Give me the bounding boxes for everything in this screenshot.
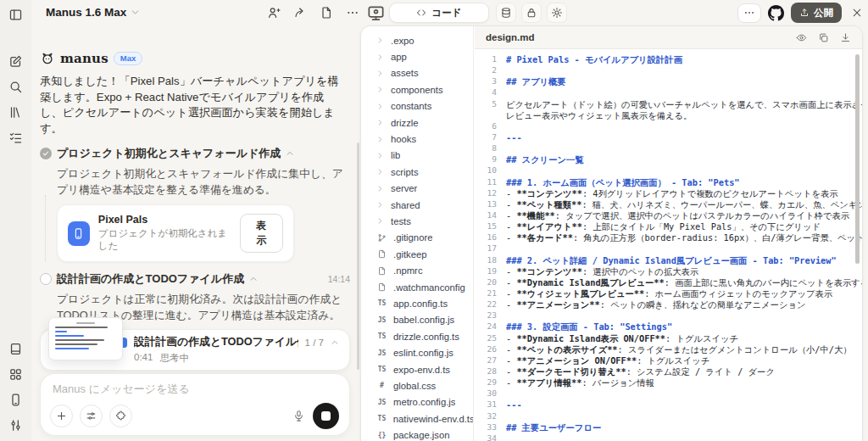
show-button[interactable]: 表示 [240,214,283,253]
tree-folder-row[interactable]: tests [361,213,473,229]
step1-header[interactable]: プロジェクト初期化とスキャフォールド作成 [40,146,350,161]
folder-name: server [391,183,417,193]
chat-scrollbar[interactable] [357,142,359,370]
step1-body: プロジェクト初期化とスキャフォールド作成に集中し、アプリ構造や基本設定を整える準… [57,166,349,198]
github-icon[interactable] [768,5,784,21]
monitor-icon[interactable] [366,3,386,23]
tree-folder-row[interactable]: app [361,48,473,64]
model-selector[interactable]: Manus 1.6 Max [46,6,140,19]
tree-file-row[interactable]: .gitkeep [361,246,473,262]
tree-folder-row[interactable]: constants [361,98,473,114]
composer-actions [50,405,132,427]
tree-file-row[interactable]: .gitignore [361,230,473,246]
tree-file-row[interactable]: JSeslint.config.js [361,344,473,360]
tree-file-row[interactable]: TSexpo-env.d.ts [361,361,473,377]
tree-file-row[interactable]: TSnativewind-env.d.ts [361,410,473,427]
lock-button[interactable] [521,3,542,23]
library-icon[interactable] [8,105,23,120]
tree-file-row[interactable]: TSdrizzle.config.ts [361,328,473,344]
tree-file-row[interactable]: JSmetro.config.js [361,394,473,410]
tree-folder-row[interactable]: components [361,81,473,98]
tree-folder-row[interactable]: server [361,181,473,197]
tree-file-row[interactable]: JSbabel.config.js [361,312,473,328]
folder-name: app [391,52,407,62]
editor-line: 13- **ペット種類**: 猫、犬、ハリネズミ、ウーパールーパー、蝶、カエル、… [475,199,862,210]
ellipsis-icon[interactable] [346,6,359,20]
tree-folder-row[interactable]: scripts [361,164,473,180]
tree-file-row[interactable]: TSapp.config.ts [361,295,473,311]
chevron-right-icon [376,36,384,44]
more-options-button[interactable] [737,3,761,23]
controls-icon[interactable] [8,418,23,433]
laptop-icon[interactable] [8,342,23,356]
editor-line: 14- **機能**: タップで選択、選択中のペットはパステルカラーのハイライト… [475,210,862,221]
preview-icon[interactable] [796,32,807,43]
step-done-icon [40,148,52,159]
chevron-right-icon [376,119,384,126]
code-view-button[interactable]: コード [389,3,489,23]
folder-name: .expo [391,36,415,46]
step2-timestamp: 14:14 [328,274,350,284]
tree-file-row[interactable]: .npmrc [361,262,473,278]
thumb-line [55,331,67,332]
editor-content[interactable]: 1# Pixel Pals - モバイルアプリ設計計画23## アプリ概要45ピ… [475,50,862,441]
file-export-icon[interactable] [320,6,333,20]
project-card[interactable]: Pixel Pals プロジェクトが初期化されました 表示 [57,204,294,262]
document-thumbnail[interactable] [48,317,123,360]
file-name: global.css [393,381,436,391]
filetype-label: JS [378,399,387,406]
search-icon[interactable] [8,80,23,94]
tree-file-row[interactable]: #global.css [361,377,473,394]
editor-line: 17 [475,243,862,254]
tree-file-row[interactable]: .watchmanconfig [361,279,473,295]
tree-folder-row[interactable]: hooks [361,131,473,147]
attach-button[interactable] [50,405,73,427]
step1-title: プロジェクト初期化とスキャフォールド作成 [57,146,281,161]
tree-file-row[interactable]: {}package.json [361,427,473,441]
stop-button[interactable] [313,403,339,429]
microphone-icon[interactable] [292,410,305,422]
step2-header[interactable]: 設計計画の作成とTODOファイル作成 14:14 [40,271,350,287]
copy-icon[interactable] [818,32,829,43]
settings-button[interactable] [547,3,567,23]
editor-line: 23 [475,310,862,321]
editor-line: 24### 3. 設定画面 - Tab: "Settings" [475,321,862,332]
tree-folder-row[interactable]: lib [361,148,473,164]
chevron-right-icon [376,103,384,110]
person-plus-icon[interactable] [267,6,281,20]
apps-icon[interactable] [8,367,23,382]
tune-button[interactable] [80,405,103,427]
filetype-label: TS [378,332,387,340]
editor-line: 31--- [475,399,862,410]
file-name: nativewind-env.d.ts [393,414,473,424]
phone-icon[interactable] [8,393,23,407]
file-name: package.json [393,430,450,440]
extensions-button[interactable] [109,405,132,427]
database-button[interactable] [496,3,516,23]
chevron-up-icon[interactable] [331,338,339,347]
close-icon[interactable] [851,7,863,19]
puzzle-icon [115,410,126,421]
editor-line: 15- **レイアウト**: 上部にタイトル「My Pixel Pals」、その… [475,221,862,232]
download-icon[interactable] [840,32,851,43]
message-input[interactable] [53,382,337,395]
share-icon[interactable] [293,6,307,20]
panel-toggle-icon[interactable] [8,8,23,22]
git-icon [377,233,387,243]
tasks-icon[interactable] [8,131,23,145]
folder-name: hooks [391,134,416,144]
tree-folder-row[interactable]: assets [361,65,473,81]
tree-folder-row[interactable]: .expo [361,32,473,48]
tree-folder-row[interactable]: shared [361,197,473,213]
editor-tab-bar: design.md [475,26,862,49]
editor-line: 1# Pixel Pals - モバイルアプリ設計計画 [475,54,862,65]
editor-scrollbar[interactable] [855,54,860,264]
database-icon [500,7,512,19]
editor-tab-filename[interactable]: design.md [486,32,535,42]
tree-folder-row[interactable]: drizzle [361,114,473,131]
filetype-label: TS [378,415,387,422]
publish-label: 公開 [814,7,833,20]
editor-line: 10 [475,165,862,176]
compose-icon[interactable] [8,54,23,69]
publish-button[interactable]: 公開 [791,3,842,23]
